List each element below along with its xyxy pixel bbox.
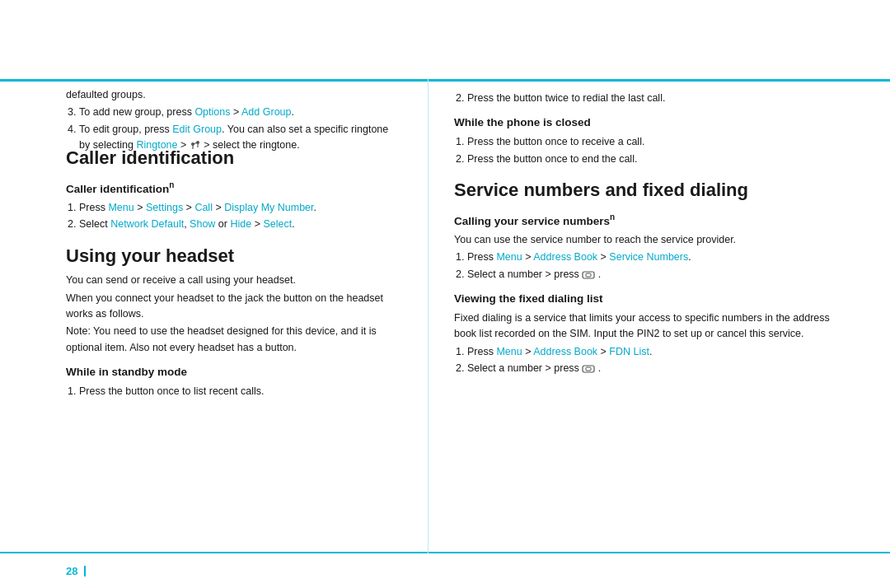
- menu-link-2: Menu: [496, 251, 522, 263]
- svg-rect-6: [586, 273, 591, 277]
- caller-item1-sep1: >: [134, 202, 146, 213]
- phone-icon-1: [582, 270, 595, 280]
- svg-rect-7: [583, 366, 594, 372]
- cs-item1-end: .: [688, 251, 691, 263]
- calling-service-subtitle: Calling your service numbersn: [454, 211, 850, 230]
- select-link-1: Select: [263, 218, 292, 230]
- headset-para3: Note: You need to use the headset design…: [66, 324, 401, 356]
- caller-item1-sep3: >: [213, 202, 224, 213]
- service-numbers-section: Service numbers and fixed dialing Callin…: [454, 179, 850, 377]
- phone-icon-2: [582, 364, 595, 374]
- svg-rect-8: [586, 367, 591, 371]
- standby-subsection: While in standby mode Press the button o…: [66, 364, 401, 399]
- call-link: Call: [194, 202, 213, 213]
- headset-para1: You can send or receive a call using you…: [66, 273, 401, 288]
- right-intro-list: Press the button twice to redial the las…: [467, 91, 850, 106]
- standby-item1: Press the button once to list recent cal…: [79, 384, 401, 399]
- caller-id-section: Caller identification Caller identificat…: [66, 147, 401, 233]
- address-book-link-1: Address Book: [533, 251, 597, 263]
- caller-id-subsection: Caller identificationn Press Menu > Sett…: [66, 179, 401, 233]
- display-my-number-link: Display My Number: [224, 202, 313, 213]
- cs-item1-sep1: >: [522, 251, 534, 263]
- headset-title: Using your headset: [66, 245, 401, 268]
- calling-service-para: You can use the service number to reach …: [454, 232, 850, 248]
- content-area: Caller identification Caller identificat…: [0, 79, 890, 553]
- calling-service-subtitle-text: Calling your service numbers: [454, 214, 610, 226]
- fixed-dialing-subtitle: Viewing the fixed dialing list: [454, 291, 850, 308]
- page-number: 28: [66, 566, 86, 576]
- fd-item1-end: .: [649, 346, 652, 357]
- phone-closed-subsection: While the phone is closed Press the butt…: [454, 114, 850, 167]
- phone-closed-item2: Press the button once to end the call.: [467, 152, 850, 167]
- fixed-dialing-item1: Press Menu > Address Book > FDN List.: [467, 344, 850, 360]
- cs-item1-pre: Press: [467, 251, 496, 263]
- right-intro-item2: Press the button twice to redial the las…: [467, 91, 850, 106]
- calling-service-item1: Press Menu > Address Book > Service Numb…: [467, 250, 850, 265]
- fd-item2-end: .: [598, 362, 601, 374]
- caller-id-superscript: n: [169, 180, 174, 189]
- phone-closed-list: Press the button once to receive a call.…: [467, 134, 850, 167]
- caller-item2-pre: Select: [79, 218, 110, 230]
- hide-link: Hide: [230, 218, 251, 230]
- cs-item2-end: .: [598, 268, 601, 280]
- network-default-link: Network Default: [110, 218, 184, 230]
- show-link: Show: [190, 218, 215, 230]
- caller-item1-end: .: [314, 202, 316, 213]
- service-numbers-link: Service Numbers: [609, 251, 688, 263]
- svg-rect-5: [583, 272, 594, 278]
- fd-item1-sep1: >: [522, 346, 534, 357]
- calling-service-subsection: Calling your service numbersn You can us…: [454, 211, 850, 283]
- caller-item2-mid: or: [215, 218, 230, 230]
- phone-closed-item1: Press the button once to receive a call.: [467, 134, 850, 150]
- address-book-link-2: Address Book: [533, 346, 597, 357]
- fixed-dialing-list: Press Menu > Address Book > FDN List. Se…: [467, 344, 850, 377]
- cs-item1-sep2: >: [597, 251, 609, 263]
- headset-para2: When you connect your headset to the jac…: [66, 291, 401, 323]
- fd-item1-pre: Press: [467, 346, 496, 357]
- calling-service-list: Press Menu > Address Book > Service Numb…: [467, 250, 850, 282]
- cs-item2-text: Select a number > press: [467, 268, 582, 280]
- left-column: Caller identification Caller identificat…: [0, 79, 428, 553]
- standby-list: Press the button once to list recent cal…: [79, 384, 401, 399]
- fd-item1-sep2: >: [597, 346, 609, 357]
- service-numbers-title: Service numbers and fixed dialing: [454, 179, 850, 203]
- headset-section: Using your headset You can send or recei…: [66, 245, 401, 400]
- caller-id-list: Press Menu > Settings > Call > Display M…: [79, 200, 401, 233]
- caller-id-item2: Select Network Default, Show or Hide > S…: [79, 217, 401, 232]
- menu-link-3: Menu: [496, 346, 522, 357]
- page-footer: 28: [0, 553, 890, 588]
- fdn-list-link: FDN List: [609, 346, 649, 357]
- caller-id-item1: Press Menu > Settings > Call > Display M…: [79, 200, 401, 216]
- caller-id-subtitle: Caller identificationn: [66, 179, 401, 198]
- caller-id-title: Caller identification: [66, 147, 401, 170]
- fixed-dialing-para: Fixed dialing is a service that limits y…: [454, 310, 850, 343]
- caller-item2-end: .: [292, 218, 294, 230]
- fixed-dialing-item2: Select a number > press .: [467, 361, 850, 376]
- caller-id-subtitle-text: Caller identification: [66, 182, 169, 194]
- caller-item1-pre: Press: [79, 202, 108, 213]
- calling-service-item2: Select a number > press .: [467, 267, 850, 282]
- fd-item2-text: Select a number > press: [467, 362, 582, 374]
- phone-closed-subtitle: While the phone is closed: [454, 114, 850, 132]
- settings-link: Settings: [146, 202, 183, 213]
- standby-subtitle: While in standby mode: [66, 364, 401, 381]
- menu-link-1: Menu: [108, 202, 134, 213]
- fixed-dialing-subsection: Viewing the fixed dialing list Fixed dia…: [454, 291, 850, 376]
- right-column: Press the button twice to redial the las…: [428, 79, 890, 553]
- caller-item1-sep2: >: [183, 202, 194, 213]
- calling-service-superscript: n: [610, 212, 615, 222]
- caller-item2-sep2: >: [251, 218, 263, 230]
